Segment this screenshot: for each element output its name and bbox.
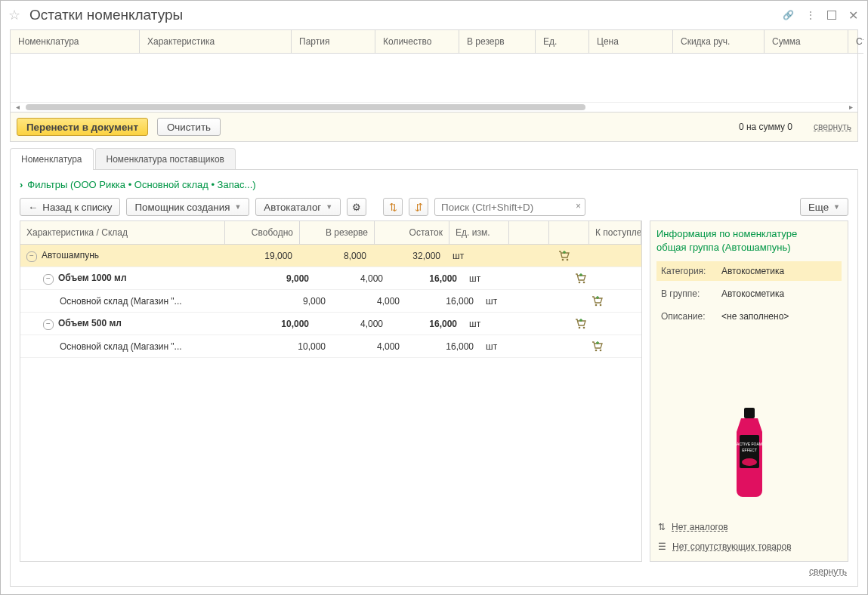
col-price[interactable]: Цена xyxy=(589,30,673,54)
toolbar: ← Назад к списку Помощник создания ▼ Авт… xyxy=(20,198,848,216)
collapse-toggle-icon[interactable]: − xyxy=(43,319,54,330)
gh-reserve[interactable]: В резерве xyxy=(300,221,375,244)
related-link[interactable]: ☰ Нет сопутствующих товаров xyxy=(656,538,842,555)
row-unit: шт xyxy=(469,319,480,329)
row-name: Основной склад (Магазин "... xyxy=(60,341,182,352)
col-reserve[interactable]: В резерв xyxy=(459,30,536,54)
scroll-right-icon[interactable]: ▸ xyxy=(845,103,856,112)
sort-desc-icon: ⇵ xyxy=(415,202,423,213)
info-group-label: В группе: xyxy=(661,288,721,299)
svg-point-7 xyxy=(583,327,585,329)
maximize-icon[interactable] xyxy=(827,11,836,20)
gh-incoming[interactable]: К поступлению xyxy=(589,221,641,244)
svg-point-8 xyxy=(595,350,598,352)
document-lines-header: Номенклатура Характеристика Партия Колич… xyxy=(11,30,857,54)
close-icon[interactable]: ✕ xyxy=(848,8,858,23)
row-free: 9,000 xyxy=(303,296,326,307)
stock-grid-header: Характеристика / Склад Свободно В резерв… xyxy=(20,221,641,245)
add-to-cart-button[interactable] xyxy=(578,295,617,307)
autocatalog-menu[interactable]: Автокаталог ▼ xyxy=(255,198,341,216)
row-reserve[interactable]: 4,000 xyxy=(377,341,400,352)
transfer-to-document-button[interactable]: Перенести в документ xyxy=(17,118,148,136)
col-unit[interactable]: Ед. xyxy=(536,30,589,54)
back-label: Назад к списку xyxy=(42,202,112,213)
back-to-list-button[interactable]: ← Назад к списку xyxy=(20,198,120,216)
scroll-left-icon[interactable]: ◂ xyxy=(12,103,23,112)
svg-text:ACTIVE FOAM: ACTIVE FOAM xyxy=(737,442,762,446)
info-group-row: В группе: Автокосметика xyxy=(656,284,842,304)
sort-desc-button[interactable]: ⇵ xyxy=(409,198,428,216)
arrow-left-icon: ← xyxy=(28,202,38,213)
gh-rest[interactable]: Остаток xyxy=(375,221,449,244)
col-party[interactable]: Партия xyxy=(292,30,375,54)
table-row[interactable]: Основной склад (Магазин "...10,0004,0001… xyxy=(20,335,641,358)
table-row[interactable]: −Автошампунь19,0008,00032,000шт xyxy=(20,245,641,267)
row-free: 19,000 xyxy=(264,251,292,261)
info-group-value: Автокосметика xyxy=(721,288,837,299)
svg-rect-10 xyxy=(744,408,755,418)
link-icon[interactable]: 🔗 xyxy=(783,10,794,20)
gh-free[interactable]: Свободно xyxy=(225,221,300,244)
stock-grid-rows[interactable]: −Автошампунь19,0008,00032,000шт−Объем 10… xyxy=(20,245,641,561)
catalog-label: Автокаталог xyxy=(264,202,321,213)
kebab-menu-icon[interactable]: ⋮ xyxy=(806,10,815,20)
sort-asc-icon: ⇅ xyxy=(389,202,397,213)
add-to-cart-button[interactable] xyxy=(578,341,617,352)
filters-expander[interactable]: › Фильтры (ООО Рикка • Основной склад • … xyxy=(20,179,848,190)
window-controls: 🔗 ⋮ ✕ xyxy=(783,8,858,23)
add-to-cart-button[interactable] xyxy=(561,318,601,329)
row-reserve[interactable]: 4,000 xyxy=(360,319,383,329)
col-nomenclature[interactable]: Номенклатура xyxy=(11,30,140,54)
info-desc-label: Описание: xyxy=(661,311,721,322)
info-category-value: Автокосметика xyxy=(721,266,837,276)
tab-supplier-nomenclature[interactable]: Номенклатура поставщиков xyxy=(95,148,236,170)
product-image: ACTIVE FOAM EFFECT xyxy=(732,408,767,501)
window: ☆ Остатки номенклатуры 🔗 ⋮ ✕ Номенклатур… xyxy=(0,0,868,595)
table-row[interactable]: −Объем 1000 мл9,0004,00016,000шт xyxy=(20,267,641,290)
add-to-cart-button[interactable] xyxy=(545,250,584,261)
col-discount[interactable]: Скидка руч. xyxy=(673,30,765,54)
gh-name[interactable]: Характеристика / Склад xyxy=(20,221,225,244)
svg-point-5 xyxy=(600,304,602,307)
row-reserve[interactable]: 8,000 xyxy=(344,251,366,261)
sort-asc-button[interactable]: ⇅ xyxy=(383,198,403,216)
col-sum[interactable]: Сумма xyxy=(765,30,848,54)
add-to-cart-button[interactable] xyxy=(561,273,601,284)
hscroll-thumb[interactable] xyxy=(26,104,585,110)
col-characteristic[interactable]: Характеристика xyxy=(140,30,292,54)
row-rest: 16,000 xyxy=(429,273,457,284)
col-vat[interactable]: Ставка НДС xyxy=(848,30,863,54)
hscroll-track[interactable]: ◂ ▸ xyxy=(11,103,857,112)
search-input[interactable] xyxy=(434,198,585,216)
clear-button[interactable]: Очистить xyxy=(157,118,221,136)
svg-point-9 xyxy=(600,350,602,352)
page-title: Остатки номенклатуры xyxy=(29,7,783,23)
collapse-toggle-icon[interactable]: − xyxy=(26,251,37,262)
tab-nomenclature[interactable]: Номенклатура xyxy=(10,148,94,170)
info-category-row: Категория: Автокосметика xyxy=(656,261,842,281)
more-menu[interactable]: Еще ▼ xyxy=(800,198,848,216)
table-row[interactable]: Основной склад (Магазин "...9,0004,00016… xyxy=(20,290,641,313)
row-rest: 32,000 xyxy=(412,251,440,261)
chevron-down-icon: ▼ xyxy=(326,203,332,211)
document-lines-body[interactable] xyxy=(11,54,857,103)
row-rest: 16,000 xyxy=(429,319,457,329)
svg-point-3 xyxy=(583,282,585,284)
stock-grid: Характеристика / Склад Свободно В резерв… xyxy=(20,220,642,562)
row-reserve[interactable]: 4,000 xyxy=(377,296,400,307)
gh-unit[interactable]: Ед. изм. xyxy=(449,221,509,244)
collapse-panel-link[interactable]: свернуть xyxy=(809,566,847,577)
row-reserve[interactable]: 4,000 xyxy=(360,273,383,284)
clear-search-icon[interactable]: × xyxy=(576,201,581,211)
settings-button[interactable]: ⚙ xyxy=(347,198,366,216)
collapse-toggle-icon[interactable]: − xyxy=(43,274,54,285)
gh-cart xyxy=(549,221,589,244)
creation-helper-menu[interactable]: Помощник создания ▼ xyxy=(126,198,249,216)
tabs: Номенклатура Номенклатура поставщиков xyxy=(10,148,858,170)
analogs-link[interactable]: ⇅ Нет аналогов xyxy=(656,519,842,535)
collapse-link[interactable]: свернуть xyxy=(814,122,851,132)
favorite-star-icon[interactable]: ☆ xyxy=(8,8,20,22)
table-row[interactable]: −Объем 500 мл10,0004,00016,000шт xyxy=(20,313,641,335)
row-free: 10,000 xyxy=(298,341,326,352)
col-qty[interactable]: Количество xyxy=(375,30,459,54)
